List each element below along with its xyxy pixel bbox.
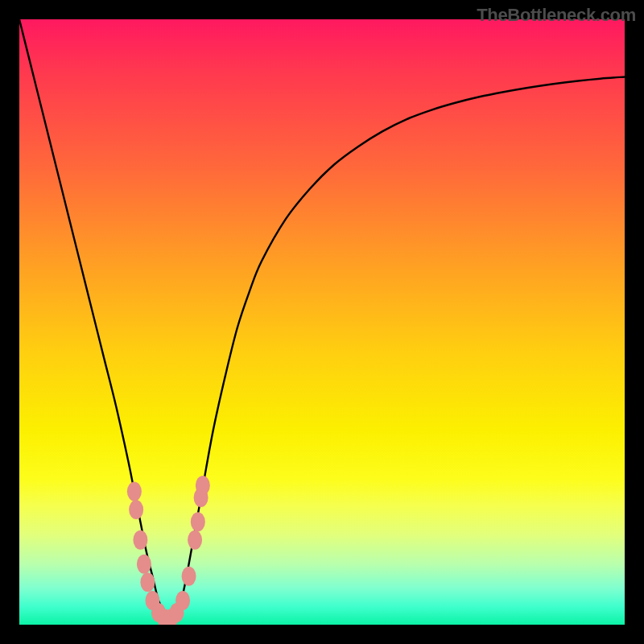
watermark-label: TheBottleneck.com (477, 5, 636, 26)
curve-marker (196, 476, 210, 495)
curve-marker (127, 482, 142, 502)
curve-marker (191, 512, 205, 531)
curve-marker (129, 500, 143, 519)
curve-marker (137, 555, 151, 574)
curve-marker (140, 572, 155, 592)
marker-layer (19, 19, 625, 625)
curve-marker (188, 530, 202, 550)
chart-frame: TheBottleneck.com (0, 0, 644, 644)
curve-marker (175, 591, 190, 610)
curve-marker (182, 567, 196, 586)
curve-marker (133, 530, 147, 550)
